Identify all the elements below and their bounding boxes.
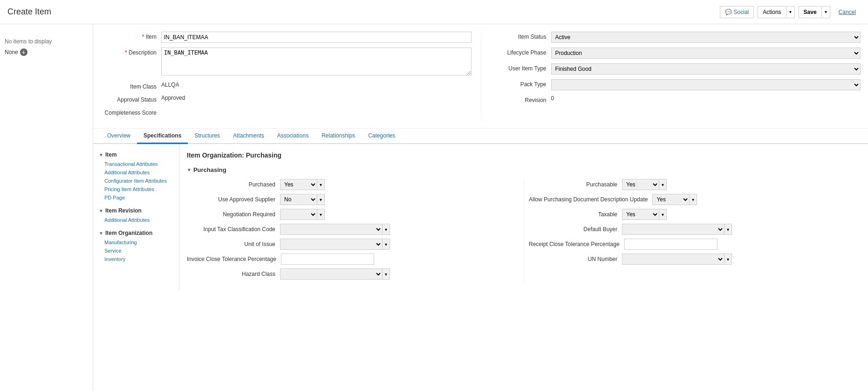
unit-issue-select[interactable] [280, 239, 383, 250]
negotiation-dropdown-btn[interactable]: ▾ [317, 209, 325, 220]
tab-overview[interactable]: Overview [101, 129, 137, 144]
approved-supplier-select[interactable]: Yes No [280, 194, 317, 205]
add-icon[interactable]: + [20, 48, 27, 56]
revision-value: 0 [551, 95, 861, 102]
un-number-row: UN Number ▾ [529, 254, 861, 265]
actions-main-button[interactable]: Actions [758, 7, 786, 18]
description-textarea[interactable]: IN_BAN_ITEMAA [161, 48, 472, 75]
revision-label: Revision [491, 95, 551, 103]
description-label: Description [101, 48, 161, 56]
default-buyer-label: Default Buyer [529, 226, 622, 233]
approval-status-label: Approval Status [101, 95, 161, 103]
allow-purchasing-select[interactable]: Yes No [652, 194, 690, 205]
tax-code-value: ▾ [280, 224, 519, 235]
negotiation-select[interactable] [280, 209, 317, 220]
lifecycle-phase-select[interactable]: Production [551, 48, 861, 59]
approved-supplier-value: Yes No ▾ [280, 194, 519, 205]
pack-type-select[interactable] [551, 79, 861, 90]
hazard-class-select-wrap: ▾ [280, 268, 519, 280]
tab-associations[interactable]: Associations [271, 129, 315, 144]
invoice-tolerance-input[interactable] [281, 254, 374, 265]
purchasable-select[interactable]: Yes No [622, 179, 659, 190]
item-class-row: Item Class ALLQA [101, 82, 472, 90]
approval-status-value: Approved [161, 95, 472, 101]
unit-issue-label: Unit of Issue [187, 241, 280, 247]
sidebar-link-manufacturing[interactable]: Manufacturing [93, 238, 179, 247]
main-content: No items to display None + Item Descript… [0, 24, 868, 391]
sidebar-link-revision-additional[interactable]: Additional Attributes [93, 216, 179, 224]
tax-code-dropdown-btn[interactable]: ▾ [383, 224, 390, 235]
approved-supplier-row: Use Approved Supplier Yes No ▾ [187, 194, 519, 205]
unit-issue-select-wrap: ▾ [280, 239, 519, 250]
receipt-tolerance-row: Receipt Close Tolerance Percentage [529, 239, 861, 250]
sidebar-item-org-title[interactable]: ▼ Item Organization [93, 228, 179, 238]
collapse-icon-org: ▼ [99, 231, 103, 236]
content-area: ▼ Item Transactional Attributes Addition… [93, 144, 868, 291]
unit-issue-value: ▾ [280, 239, 519, 250]
default-buyer-dropdown-btn[interactable]: ▾ [724, 224, 732, 235]
un-number-label: UN Number [529, 256, 622, 262]
hazard-class-select[interactable] [280, 268, 383, 280]
sidebar-link-pricing[interactable]: Pricing Item Attributes [93, 185, 179, 193]
approved-supplier-dropdown-btn[interactable]: ▾ [317, 194, 325, 205]
purchased-value: Yes No ▾ [280, 179, 519, 190]
save-main-button[interactable]: Save [799, 7, 821, 18]
main-form-content: Item Organization: Purchasing ▼ Purchasi… [179, 144, 868, 291]
pack-type-value [551, 79, 861, 90]
completeness-score-label: Completeness Score [101, 108, 161, 116]
pack-type-label: Pack Type [491, 79, 551, 88]
purchased-dropdown-btn[interactable]: ▾ [317, 179, 325, 190]
cancel-button[interactable]: Cancel [834, 7, 861, 18]
approval-status-static: Approved [161, 93, 185, 101]
purchased-select[interactable]: Yes No [280, 179, 317, 190]
sidebar-item-org-section: ▼ Item Organization Manufacturing Servic… [93, 228, 179, 263]
sidebar-link-pd[interactable]: PD Page [93, 193, 179, 202]
sidebar-link-service[interactable]: Service [93, 247, 179, 255]
taxable-row: Taxable Yes No ▾ [529, 209, 861, 220]
user-item-type-select-wrap: Finished Good [551, 63, 861, 75]
actions-button-group: Actions ▾ [758, 6, 794, 18]
lifecycle-phase-label: Lifecycle Phase [491, 48, 551, 56]
default-buyer-row: Default Buyer ▾ [529, 224, 861, 235]
sidebar-nav: ▼ Item Transactional Attributes Addition… [93, 144, 179, 291]
sidebar-link-inventory[interactable]: Inventory [93, 255, 179, 263]
tabs-container: Overview Specifications Structures Attac… [93, 129, 868, 144]
taxable-dropdown-btn[interactable]: ▾ [659, 209, 667, 220]
invoice-tolerance-row: Invoice Close Tolerance Percentage [187, 254, 519, 265]
item-class-static: ALLQA [161, 80, 179, 88]
lifecycle-phase-value: Production [551, 48, 861, 59]
approved-supplier-select-wrap: Yes No ▾ [280, 194, 519, 205]
tab-specifications[interactable]: Specifications [137, 129, 188, 144]
social-button[interactable]: 💬 Social [720, 6, 754, 18]
tax-code-select[interactable] [280, 224, 383, 235]
hazard-class-dropdown-btn[interactable]: ▾ [383, 268, 390, 280]
purchased-row: Purchased Yes No ▾ [187, 179, 519, 190]
tab-categories[interactable]: Categories [362, 129, 402, 144]
item-status-select[interactable]: Active [551, 32, 861, 43]
sidebar-link-additional[interactable]: Additional Attributes [93, 168, 179, 177]
allow-purchasing-dropdown-btn[interactable]: ▾ [690, 194, 697, 205]
purchasable-dropdown-btn[interactable]: ▾ [659, 179, 667, 190]
un-number-select[interactable] [622, 254, 724, 265]
unit-issue-row: Unit of Issue ▾ [187, 239, 519, 250]
approval-status-row: Approval Status Approved [101, 95, 472, 103]
actions-dropdown-button[interactable]: ▾ [786, 7, 794, 17]
allow-purchasing-row: Allow Purchasing Document Description Up… [529, 194, 861, 205]
tax-code-label: Input Tax Classification Code [187, 226, 280, 233]
unit-issue-dropdown-btn[interactable]: ▾ [383, 239, 390, 250]
default-buyer-select[interactable] [622, 224, 724, 235]
taxable-select[interactable]: Yes No [622, 209, 659, 220]
item-form-right: Item Status Active Lifecycle Phase [481, 32, 861, 121]
user-item-type-select[interactable]: Finished Good [551, 63, 861, 75]
tab-relationships[interactable]: Relationships [315, 129, 362, 144]
sidebar-item-title[interactable]: ▼ Item [93, 150, 179, 160]
receipt-tolerance-input[interactable] [624, 239, 718, 250]
sidebar-item-revision-title[interactable]: ▼ Item Revision [93, 206, 179, 216]
tab-attachments[interactable]: Attachments [226, 129, 271, 144]
item-input[interactable] [161, 32, 472, 43]
tab-structures[interactable]: Structures [188, 129, 226, 144]
sidebar-link-configurator[interactable]: Configurator Item Attributes [93, 177, 179, 185]
save-dropdown-button[interactable]: ▾ [821, 7, 830, 17]
un-number-dropdown-btn[interactable]: ▾ [724, 254, 732, 265]
sidebar-link-transactional[interactable]: Transactional Attributes [93, 160, 179, 168]
